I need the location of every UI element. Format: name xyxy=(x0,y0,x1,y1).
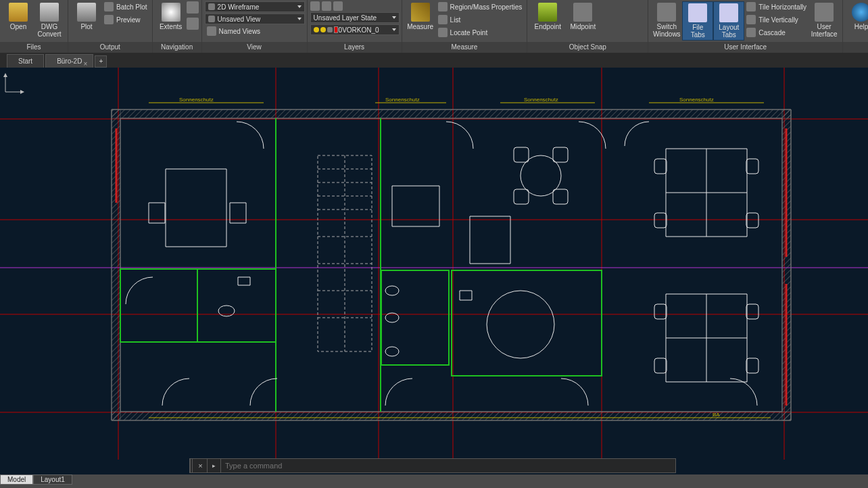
layer-dropdown[interactable]: 0VORKON_0 xyxy=(310,24,400,35)
command-input[interactable] xyxy=(221,462,675,470)
ui-icon xyxy=(815,3,834,22)
drawing-canvas[interactable]: Sonnenschutz Sonnenschutz Sonnenschutz S… xyxy=(0,68,868,460)
batch-plot-icon xyxy=(104,2,114,11)
svg-rect-52 xyxy=(553,189,568,204)
extents-button[interactable]: Extents xyxy=(155,1,187,32)
tile-h-icon xyxy=(746,2,756,11)
tab-start-label: Start xyxy=(18,57,32,65)
tile-v-button[interactable]: Tile Vertically xyxy=(744,14,809,25)
file-tab-bar: Start Büro-2D × + xyxy=(0,53,868,68)
open-button[interactable]: Open xyxy=(3,1,34,32)
tile-h-button[interactable]: Tile Horizontally xyxy=(744,1,809,12)
endpoint-label: Endpoint xyxy=(535,23,561,30)
named-views-button[interactable]: Named Views xyxy=(205,26,304,36)
visual-style-dropdown[interactable]: 2D Wireframe xyxy=(205,1,305,12)
svg-rect-22 xyxy=(452,270,602,376)
tab-document[interactable]: Büro-2D × xyxy=(45,54,93,68)
help-button[interactable]: Help xyxy=(846,1,868,32)
svg-rect-50 xyxy=(553,147,568,162)
sun-label-3: Sonnenschutz xyxy=(524,97,558,103)
chevron-down-icon xyxy=(392,28,396,31)
extents-label: Extents xyxy=(160,23,182,30)
view-label: Unsaved View xyxy=(218,16,261,23)
batch-plot-button[interactable]: Batch Plot xyxy=(102,1,149,12)
osnap-endpoint-button[interactable]: Endpoint xyxy=(530,1,565,32)
panel-title-navigation: Navigation xyxy=(153,42,201,53)
panel-layers: Unsaved Layer State 0VORKON_0 Layers xyxy=(308,0,402,53)
tab-layout1-label: Layout1 xyxy=(41,476,65,483)
command-recent-icon[interactable]: ▸ xyxy=(208,459,221,472)
midpoint-label: Midpoint xyxy=(570,23,596,30)
sun-label-2: Sonnenschutz xyxy=(385,97,420,103)
layer-state-dropdown[interactable]: Unsaved Layer State xyxy=(310,12,400,23)
chevron-down-icon xyxy=(392,16,396,19)
preview-button[interactable]: Preview xyxy=(102,14,149,25)
panel-title-ui: User Interface xyxy=(648,42,842,53)
panel-view: 2D Wireframe Unsaved View Named Views Vi… xyxy=(202,0,308,53)
named-views-icon xyxy=(207,26,216,36)
svg-point-70 xyxy=(385,286,399,295)
tile-v-label: Tile Vertically xyxy=(758,16,798,24)
locate-point-button[interactable]: Locate Point xyxy=(436,27,525,38)
tab-model-label: Model xyxy=(7,476,26,483)
layer-props-icon[interactable] xyxy=(310,1,320,11)
user-interface-button[interactable]: User Interface xyxy=(809,1,840,39)
layer-color-swatch xyxy=(334,26,338,33)
panel-help: Help Desktop Analytics Customer Involvem… xyxy=(843,0,868,53)
folder-open-icon xyxy=(9,3,28,22)
region-label: Region/Mass Properties xyxy=(450,3,523,11)
orbit-icon[interactable] xyxy=(187,18,199,30)
list-button[interactable]: List xyxy=(436,14,525,25)
batch-plot-label: Batch Plot xyxy=(116,3,147,11)
tab-doc-label: Büro-2D xyxy=(57,57,82,65)
tile-v-icon xyxy=(746,15,756,24)
layer-freeze-icon[interactable] xyxy=(322,1,331,11)
layout-tabs-toggle[interactable]: Layout Tabs xyxy=(713,1,744,41)
svg-rect-49 xyxy=(514,147,529,162)
region-props-button[interactable]: Region/Mass Properties xyxy=(436,1,525,12)
tab-model[interactable]: Model xyxy=(0,474,33,485)
command-close-icon[interactable]: × xyxy=(194,459,208,472)
osnap-midpoint-button[interactable]: Midpoint xyxy=(565,1,600,32)
measure-label: Measure xyxy=(407,23,433,30)
command-line[interactable]: × ▸ xyxy=(189,458,676,473)
layer-lock-icon[interactable] xyxy=(333,1,343,11)
panel-title-layers: Layers xyxy=(308,42,402,53)
view-dropdown[interactable]: Unsaved View xyxy=(205,14,305,24)
floorplan-svg: Sonnenschutz Sonnenschutz Sonnenschutz S… xyxy=(0,68,868,460)
visual-style-label: 2D Wireframe xyxy=(218,3,260,11)
close-icon[interactable]: × xyxy=(83,57,90,64)
file-tabs-toggle[interactable]: File Tabs xyxy=(682,1,713,41)
svg-rect-63 xyxy=(654,304,667,319)
ba-label: BA xyxy=(713,412,720,418)
sun-label-4: Sonnenschutz xyxy=(679,97,714,103)
cascade-button[interactable]: Cascade xyxy=(744,27,809,38)
panel-files: Open DWG Convert Files xyxy=(0,0,68,53)
plot-label: Plot xyxy=(80,23,92,30)
printer-icon xyxy=(77,3,96,22)
layout-tab-bar: Model Layout1 xyxy=(0,474,868,488)
svg-rect-13 xyxy=(112,109,791,118)
tab-start[interactable]: Start xyxy=(7,54,44,68)
svg-rect-57 xyxy=(746,159,758,174)
svg-point-67 xyxy=(487,291,554,358)
panel-title-view: View xyxy=(202,42,307,53)
svg-rect-64 xyxy=(746,304,758,319)
tab-layout1[interactable]: Layout1 xyxy=(33,474,72,485)
panel-osnap: Endpoint Midpoint Object Snap xyxy=(527,0,648,53)
cascade-icon xyxy=(746,28,756,37)
plot-button[interactable]: Plot xyxy=(71,1,102,32)
tab-add-label: + xyxy=(99,57,103,65)
preview-icon xyxy=(104,15,114,24)
tab-add-button[interactable]: + xyxy=(95,55,107,68)
extents-icon xyxy=(162,3,180,22)
dwg-convert-button[interactable]: DWG Convert xyxy=(34,1,65,39)
measure-button[interactable]: Measure xyxy=(405,1,436,32)
panel-title-files: Files xyxy=(0,42,68,53)
lock-icon xyxy=(327,27,333,32)
switch-windows-button[interactable]: Switch Windows xyxy=(651,1,682,39)
panel-title-output: Output xyxy=(68,42,152,53)
chevron-down-icon xyxy=(297,5,302,8)
pan-icon[interactable] xyxy=(187,1,199,14)
svg-rect-56 xyxy=(654,159,667,174)
